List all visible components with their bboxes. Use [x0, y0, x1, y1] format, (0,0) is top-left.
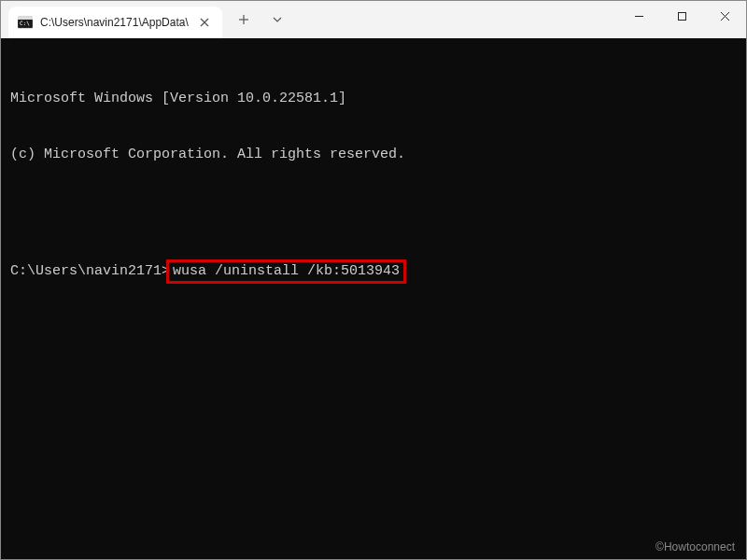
terminal-area[interactable]: Microsoft Windows [Version 10.0.22581.1]…: [1, 38, 746, 559]
close-button[interactable]: [703, 1, 746, 31]
new-tab-button[interactable]: [228, 6, 260, 34]
tab-dropdown-button[interactable]: [261, 6, 293, 34]
terminal-blank-line: [10, 203, 737, 221]
terminal-output-line: Microsoft Windows [Version 10.0.22581.1]: [10, 90, 737, 108]
titlebar: C:\ C:\Users\navin2171\AppData\: [1, 1, 746, 38]
tab-title: C:\Users\navin2171\AppData\: [40, 16, 189, 29]
cmd-icon: C:\: [18, 15, 33, 30]
tab-actions: [228, 1, 293, 38]
svg-rect-8: [678, 12, 685, 20]
terminal-tab[interactable]: C:\ C:\Users\navin2171\AppData\: [8, 7, 222, 38]
terminal-output-line: (c) Microsoft Corporation. All rights re…: [10, 146, 737, 164]
terminal-prompt-line: C:\Users\navin2171>wusa /uninstall /kb:5…: [10, 259, 737, 284]
command-highlight: wusa /uninstall /kb:5013943: [166, 259, 406, 284]
svg-text:C:\: C:\: [20, 20, 30, 26]
watermark-text: ©Howtoconnect: [655, 540, 735, 553]
minimize-button[interactable]: [617, 1, 660, 31]
tab-close-button[interactable]: [196, 14, 213, 31]
window-controls: [617, 1, 746, 38]
terminal-prompt: C:\Users\navin2171>: [10, 262, 170, 281]
terminal-command: wusa /uninstall /kb:5013943: [173, 263, 400, 279]
maximize-button[interactable]: [660, 1, 703, 31]
